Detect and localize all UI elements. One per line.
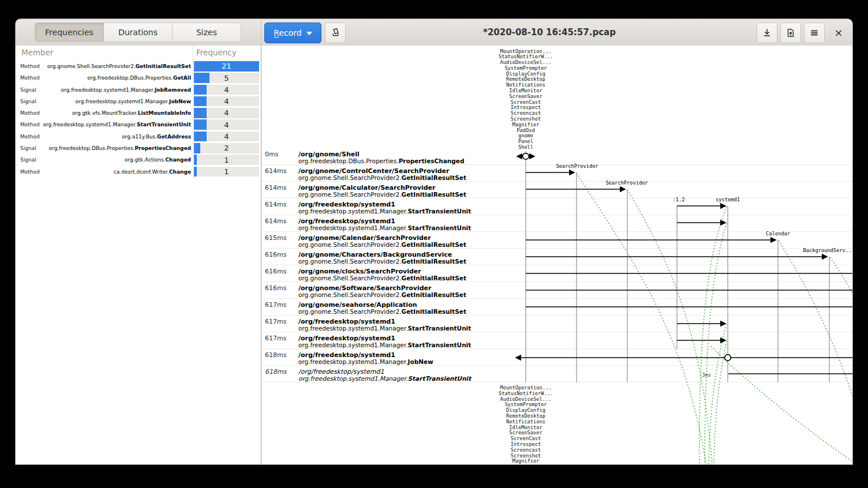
member-name: org.gnome.Shell.SearchProvider2.GetIniti… [47, 63, 191, 69]
lifelines [526, 151, 829, 382]
timeline-row[interactable]: 616ms/org/gnome/Characters/BackgroundSer… [261, 251, 533, 265]
member-kind: Method [20, 63, 40, 69]
timeline-row[interactable]: 614ms/org/freedesktop/systemd1org.freede… [261, 217, 533, 231]
timeline-row[interactable]: 618ms/org/freedesktop/systemd1org.freede… [261, 368, 533, 382]
table-row[interactable]: Methodorg.freedesktop.systemd1.Manager.S… [16, 119, 261, 130]
timeline-row[interactable]: 618ms/org/freedesktop/systemd1org.freede… [261, 351, 533, 365]
table-row[interactable]: Methodorg.gnome.Shell.SearchProvider2.Ge… [16, 61, 261, 72]
event-time: 614ms [265, 184, 286, 192]
service-name: Shell [462, 145, 589, 151]
frequency-value: 4 [194, 85, 259, 95]
member-name: org.freedesktop.DBus.Properties.Properti… [49, 145, 191, 151]
screen: FrequenciesDurationsSizes Record *2020-0… [0, 0, 868, 488]
close-button[interactable]: × [829, 22, 848, 42]
event-member: org.freedesktop.systemd1.Manager.StartTr… [298, 341, 471, 348]
event-time: 617ms [265, 335, 286, 342]
frequency-value: 4 [194, 96, 259, 107]
save-download-icon [762, 28, 772, 37]
event-member: org.freedesktop.systemd1.Manager.JobNew [298, 358, 433, 365]
save-as-icon [786, 28, 795, 37]
svg-text:BackgroundServ...: BackgroundServ... [803, 247, 852, 253]
tab-frequencies[interactable]: Frequencies [35, 22, 104, 42]
timeline-row[interactable]: 615ms/org/gnome/Calendar/SearchProvidero… [261, 234, 533, 248]
table-header: Member Frequency [16, 46, 261, 61]
svg-text:3ms: 3ms [702, 372, 711, 378]
content-area: Member Frequency Methodorg.gnome.Shell.S… [16, 46, 852, 464]
timeline-row[interactable]: 614ms/org/gnome/ControlCenter/SearchProv… [261, 167, 533, 181]
event-time: 618ms [265, 351, 286, 359]
timeline-row[interactable]: 614ms/org/freedesktop/systemd1org.freede… [261, 201, 533, 215]
table-row[interactable]: Signalorg.freedesktop.systemd1.Manager.J… [16, 96, 261, 107]
event-member: org.freedesktop.systemd1.Manager.StartTr… [298, 375, 471, 382]
event-member: org.gnome.Shell.SearchProvider2.GetIniti… [298, 308, 466, 315]
event-member: org.freedesktop.systemd1.Manager.StartTr… [298, 208, 471, 215]
event-time: 618ms [265, 368, 286, 376]
event-time: 617ms [265, 301, 286, 309]
tab-durations[interactable]: Durations [103, 22, 173, 42]
member-name: org.freedesktop.systemd1.Manager.StartTr… [43, 122, 191, 127]
member-kind: Method [20, 75, 40, 81]
event-time: 0ms [265, 151, 278, 158]
table-row[interactable]: Signalorg.freedesktop.DBus.Properties.Pr… [16, 142, 261, 154]
timeline-row[interactable]: 617ms/org/freedesktop/systemd1org.freede… [261, 335, 533, 348]
event-time: 616ms [265, 251, 286, 258]
frequency-cell: 4 [194, 132, 259, 142]
tab-sizes[interactable]: Sizes [172, 22, 241, 42]
frequency-value: 2 [194, 143, 259, 153]
member-kind: Signal [20, 99, 36, 104]
headerbar: FrequenciesDurationsSizes Record *2020-0… [16, 19, 852, 46]
table-row[interactable]: Signalorg.gtk.Actions.Changed1 [16, 154, 261, 166]
frequency-cell: 1 [194, 155, 259, 165]
member-kind: Signal [20, 157, 36, 163]
timeline-row[interactable]: 616ms/org/gnome/clocks/SearchProviderorg… [261, 268, 533, 281]
member-name: org.gtk.Actions.Changed [125, 157, 191, 163]
service-name: Magnifier [462, 459, 589, 464]
view-switcher: FrequenciesDurationsSizes [35, 22, 241, 42]
signal-glyphs [516, 153, 852, 374]
table-row[interactable]: Methodorg.gtk.vfs.MountTracker.ListMount… [16, 107, 261, 119]
close-icon: × [834, 27, 843, 39]
member-name: org.a11y.Bus.GetAddress [122, 134, 191, 140]
record-button[interactable]: Record [264, 22, 321, 43]
frequency-cell: 2 [194, 143, 259, 153]
member-kind: Signal [20, 87, 36, 93]
frequencies-table: Member Frequency Methodorg.gnome.Shell.S… [16, 46, 261, 464]
frequency-value: 5 [194, 73, 259, 83]
frequency-cell: 4 [194, 108, 259, 118]
member-name: ca.desrt.dconf.Writer.Change [114, 169, 191, 175]
save-as-button[interactable] [780, 22, 801, 43]
timeline-row[interactable]: 614ms/org/gnome/Calculator/SearchProvide… [261, 184, 533, 198]
svg-text::1.2: :1.2 [673, 197, 685, 202]
event-time: 616ms [265, 268, 286, 275]
timeline-row[interactable]: 0ms/org/gnome/Shellorg.freedesktop.DBus.… [261, 151, 533, 164]
svg-text:systemd1: systemd1 [716, 197, 740, 202]
event-time: 617ms [265, 318, 286, 325]
table-row[interactable]: Methodca.desrt.dconf.Writer.Change1 [16, 166, 261, 178]
record-button-label: Record [274, 28, 301, 37]
timeline-row[interactable]: 617ms/org/gnome/seahorse/Applicationorg.… [261, 301, 533, 315]
event-time: 614ms [265, 217, 286, 225]
table-row[interactable]: Methodorg.a11y.Bus.GetAddress4 [16, 131, 261, 142]
table-body: Methodorg.gnome.Shell.SearchProvider2.Ge… [16, 61, 261, 178]
menu-button[interactable] [804, 22, 825, 43]
call-arrows [526, 172, 852, 340]
table-row[interactable]: Methodorg.freedesktop.DBus.Properties.Ge… [16, 72, 261, 84]
event-member: org.gnome.Shell.SearchProvider2.GetIniti… [298, 191, 466, 198]
column-header-frequency[interactable]: Frequency [196, 48, 237, 57]
member-name: org.freedesktop.systemd1.Manager.JobNew [76, 99, 191, 104]
event-member: org.gnome.Shell.SearchProvider2.GetIniti… [298, 174, 466, 181]
timeline-row[interactable]: 617ms/org/freedesktop/systemd1org.freede… [261, 318, 533, 332]
member-kind: Method [20, 134, 40, 140]
column-header-member[interactable]: Member [21, 48, 54, 57]
open-file-button[interactable] [325, 22, 346, 43]
frequency-value: 4 [194, 119, 259, 130]
event-time: 614ms [265, 167, 286, 175]
frequency-cell: 4 [194, 85, 259, 95]
member-kind: Method [20, 122, 40, 127]
table-row[interactable]: Signalorg.freedesktop.systemd1.Manager.J… [16, 84, 261, 96]
chevron-down-icon [306, 32, 312, 35]
save-button[interactable] [757, 22, 777, 43]
event-member: org.gnome.Shell.SearchProvider2.GetIniti… [298, 258, 466, 265]
svg-text:SearchProvider: SearchProvider [605, 180, 648, 186]
timeline-row[interactable]: 616ms/org/gnome/Software/SearchProvidero… [261, 284, 533, 298]
